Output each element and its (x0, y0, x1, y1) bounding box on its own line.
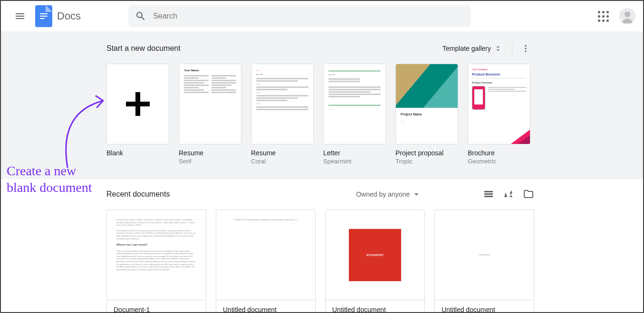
dropdown-icon (412, 190, 421, 199)
preview-heading: Your Name (184, 69, 236, 73)
preview-heading: Product Brochure (472, 73, 526, 76)
preview-heading: Where can I get some? (116, 243, 196, 247)
more-vert-icon (521, 44, 530, 53)
recent-row: Evil by Cicero, written in 45 BC. This b… (106, 209, 643, 313)
search-icon (135, 10, 146, 22)
list-icon (483, 189, 494, 200)
templates-more-button[interactable] (517, 40, 534, 57)
doc-card[interactable]: Evil by Cicero, written in 45 BC. This b… (106, 209, 206, 313)
template-sub: Serif (179, 158, 241, 165)
template-letter-spearmint[interactable]: — — — — Letter Spearmint (323, 64, 386, 165)
preview-text: ukusydtusi (479, 253, 490, 256)
doc-title: Untitled document (216, 300, 315, 313)
doc-card[interactable]: 1.10.33 of "de Finibus Bonorum et Maloru… (216, 209, 316, 313)
main-menu-button[interactable] (9, 5, 31, 28)
plus-icon (126, 92, 150, 116)
owner-filter-dropdown[interactable]: Owned by anyone (356, 190, 421, 199)
template-sub: Geometric (468, 158, 530, 165)
doc-card[interactable]: arrelsaldver Untitled document (325, 209, 425, 313)
list-view-button[interactable] (483, 189, 494, 200)
svg-point-4 (525, 50, 526, 52)
template-sub: Tropic (395, 158, 458, 165)
templates-row: Blank Your Name Resume Serif —— (106, 64, 534, 165)
svg-point-2 (525, 45, 526, 47)
doc-title: Untitled document (326, 300, 424, 313)
preview-company: Your Company (472, 68, 526, 71)
template-gallery-button[interactable]: Template gallery (438, 41, 507, 56)
template-gallery-label: Template gallery (442, 45, 491, 52)
open-file-picker-button[interactable] (523, 189, 534, 200)
template-sub: Coral (251, 158, 314, 165)
app-logo[interactable]: Docs (35, 5, 81, 27)
folder-icon (523, 189, 534, 200)
sort-button[interactable] (503, 189, 514, 200)
doc-title: Document-1 (107, 300, 206, 313)
recent-heading: Recent documents (106, 190, 170, 199)
docs-logo-icon (35, 5, 52, 27)
template-label: Blank (106, 149, 169, 157)
preview-sub: Product Overview (472, 81, 526, 84)
template-label: Resume (179, 149, 241, 157)
avatar-icon (619, 8, 635, 24)
template-label: Project proposal (395, 149, 458, 157)
owner-filter-label: Owned by anyone (356, 190, 410, 198)
divider (512, 42, 512, 55)
svg-point-1 (625, 11, 630, 17)
svg-point-3 (525, 47, 526, 49)
templates-heading: Start a new document (106, 44, 181, 53)
template-label: Resume (251, 149, 314, 157)
preview-heading: Project Name (401, 113, 453, 116)
recent-section: Recent documents Owned by anyone Evil by… (1, 179, 643, 313)
hamburger-icon (14, 10, 26, 22)
search-input[interactable] (153, 12, 464, 20)
template-label: Brochure (468, 149, 530, 157)
template-blank[interactable]: Blank (106, 64, 169, 165)
app-title: Docs (57, 10, 81, 22)
doc-card[interactable]: ukusydtusi Untitled document (434, 209, 534, 313)
account-avatar[interactable] (619, 8, 635, 24)
templates-section: Start a new document Template gallery (1, 31, 643, 179)
doc-title: Untitled document (435, 300, 534, 313)
app-header: Docs (1, 1, 643, 31)
template-project-proposal[interactable]: Project Name ———— Project proposal Tropi… (395, 64, 458, 165)
google-apps-button[interactable] (592, 5, 615, 28)
sort-az-icon (503, 189, 514, 200)
preview-red-box: arrelsaldver (349, 229, 401, 281)
template-brochure[interactable]: Your Company Product Brochure Product Ov… (468, 64, 530, 165)
template-resume-coral[interactable]: —— — — —— —— —— Resume Coral (251, 64, 314, 165)
apps-grid-icon (598, 11, 609, 22)
unfold-icon (494, 44, 502, 53)
template-sub: Spearmint (323, 158, 386, 165)
template-label: Letter (323, 149, 386, 157)
search-bar[interactable] (128, 5, 471, 27)
template-resume-serif[interactable]: Your Name Resume Serif (179, 64, 241, 165)
